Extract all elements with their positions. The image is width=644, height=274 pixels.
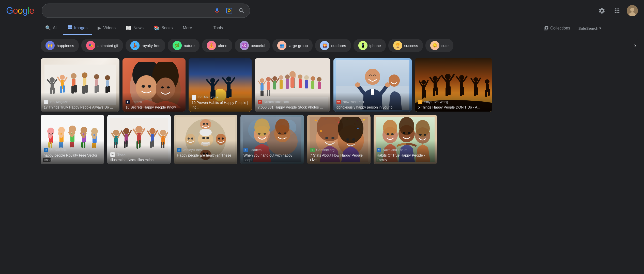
card-6-title: 5 Things Happy People DON'T Do - A...: [418, 105, 489, 110]
nav-item-tools[interactable]: Tools: [209, 22, 227, 35]
image-card-12[interactable]: N Nairaland Forum Habits Of True Happy P…: [374, 115, 437, 164]
svg-text:🌿: 🌿: [175, 43, 180, 48]
image-grid: In Inc. Magazine 17 Things Truly Happy P…: [0, 56, 644, 172]
svg-point-233: [222, 138, 224, 140]
chip-label-success: success: [404, 43, 418, 48]
card-5-info: NY New York Post obnoxiously happy perso…: [333, 93, 412, 112]
image-card-2[interactable]: F Forbes 10 Secrets Happy People Know: [122, 58, 186, 112]
card-10-source: L Ladders: [243, 148, 301, 152]
card-11-source-name: Goodnet.org: [316, 148, 334, 152]
card-6-favicon: A: [418, 100, 422, 104]
settings-button[interactable]: [596, 5, 607, 16]
nav-item-news[interactable]: 📰 News: [121, 22, 148, 35]
safe-search-label: SafeSearch: [578, 26, 598, 31]
card-1-favicon: In: [44, 100, 48, 104]
svg-point-120: [365, 69, 380, 85]
chip-label-happiness: happiness: [57, 43, 74, 48]
svg-rect-40: [63, 85, 65, 93]
filter-chip-iphone[interactable]: 📱 iphone: [354, 39, 386, 52]
svg-rect-39: [60, 86, 62, 93]
chip-thumb-royalty-free: 💃: [130, 41, 140, 50]
image-card-1[interactable]: In Inc. Magazine 17 Things Truly Happy P…: [41, 58, 119, 112]
svg-point-254: [275, 119, 289, 135]
svg-rect-44: [74, 85, 77, 93]
svg-point-53: [105, 75, 110, 80]
card-7-source-name: VectorStock: [50, 148, 67, 152]
collections-button[interactable]: Collections: [544, 26, 570, 31]
card-5-title: obnoxiously happy person in your o...: [336, 105, 409, 110]
svg-point-89: [266, 77, 271, 82]
image-card-9[interactable]: JB Jersey's Best Happy people are health…: [174, 115, 237, 164]
nav-item-videos[interactable]: ▶ Videos: [93, 22, 120, 35]
svg-point-135: [433, 76, 438, 81]
image-card-4[interactable]: D Dreamstime.com 7,650,331 Happy People …: [255, 58, 330, 112]
card-2-source-name: Forbes: [132, 100, 142, 104]
nav-item-all[interactable]: 🔍 All: [41, 22, 62, 35]
nav-left: 🔍 All Images ▶ Videos 📰 News 📚 Bo: [41, 21, 227, 35]
card-1-source-name: Inc. Magazine: [50, 100, 70, 104]
image-card-7[interactable]: VS VS VectorStock happy people Royalty F…: [41, 115, 104, 164]
image-card-5[interactable]: NY New York Post obnoxiously happy perso…: [333, 58, 412, 112]
svg-point-41: [71, 73, 76, 79]
card-11-favicon: G: [310, 148, 315, 152]
svg-point-159: [485, 79, 489, 84]
svg-point-287: [416, 120, 430, 137]
svg-point-275: [357, 128, 359, 129]
filter-chip-outdoors[interactable]: 🌄 outdoors: [315, 39, 351, 52]
chips-scroll-right-button[interactable]: ›: [629, 39, 641, 52]
image-card-8[interactable]: iS iStock Illustration Stock Illustratio…: [107, 115, 171, 164]
image-card-10[interactable]: L Ladders When you hang out with happy p…: [240, 115, 304, 164]
svg-point-232: [218, 138, 220, 140]
chip-thumb-outdoors: 🌄: [320, 41, 329, 50]
chip-label-large-group: large group: [288, 43, 308, 48]
filter-chip-animated-gif[interactable]: 🎭 animated gif: [81, 39, 123, 52]
filter-chip-alone[interactable]: 🧘 alone: [202, 39, 232, 52]
chip-label-cute: cute: [441, 43, 449, 48]
svg-point-238: [188, 138, 190, 140]
card-12-title: Habits Of True Happy People - Family ...: [377, 153, 434, 162]
svg-point-147: [459, 75, 464, 80]
card-10-title: When you hang out with happy peopl...: [243, 153, 301, 162]
image-card-11[interactable]: G Goodnet.org 7 Stats About How Happy Pe…: [307, 115, 371, 164]
user-avatar[interactable]: [627, 5, 638, 16]
chip-label-alone: alone: [218, 43, 227, 48]
card-4-favicon: D: [258, 100, 262, 104]
card-8-info: iS iStock Illustration Stock Illustratio…: [107, 145, 171, 164]
svg-text:😊: 😊: [432, 43, 437, 48]
svg-rect-55: [105, 86, 108, 93]
svg-point-249: [254, 118, 270, 136]
google-logo[interactable]: Google: [6, 5, 34, 16]
chip-thumb-iphone: 📱: [358, 41, 367, 50]
svg-rect-52: [97, 85, 99, 92]
card-5-source-name: New York Post: [343, 100, 364, 104]
filter-chip-happiness[interactable]: 🙌 happiness: [41, 39, 79, 52]
search-button[interactable]: [237, 6, 246, 15]
voice-search-button[interactable]: [213, 6, 221, 15]
image-card-3[interactable]: In Inc. Magazine 10 Proven Habits of Hap…: [189, 58, 252, 112]
card-7-info: VS VectorStock happy people Royalty Free…: [41, 141, 104, 164]
nav-item-more[interactable]: More: [178, 22, 196, 35]
search-input[interactable]: happy people: [46, 8, 210, 14]
safe-search-button[interactable]: SafeSearch ▾: [576, 26, 603, 31]
svg-rect-100: [299, 79, 302, 88]
card-1-source: In Inc. Magazine: [44, 100, 116, 104]
filter-chip-cute[interactable]: 😊 cute: [425, 39, 453, 52]
card-5-source: NY New York Post: [336, 100, 409, 104]
card-12-favicon: N: [377, 148, 381, 152]
card-12-source: N Nairaland Forum: [377, 148, 434, 152]
apps-button[interactable]: [611, 5, 623, 16]
nav-item-images[interactable]: Images: [63, 21, 92, 35]
filter-chip-peaceful[interactable]: ☮️ peaceful: [235, 39, 270, 52]
svg-point-274: [320, 130, 322, 132]
card-5-favicon: NY: [336, 100, 341, 104]
svg-point-80: [226, 77, 231, 82]
filter-chip-success[interactable]: 🏆 success: [388, 39, 423, 52]
chip-label-outdoors: outdoors: [331, 43, 346, 48]
image-search-button[interactable]: [225, 6, 234, 15]
filter-chip-large-group[interactable]: 👥 large group: [272, 39, 313, 52]
filter-chip-nature[interactable]: 🌿 nature: [168, 39, 200, 52]
filter-chip-royalty-free[interactable]: 💃 royalty free: [126, 39, 165, 52]
svg-point-87: [260, 78, 264, 83]
nav-item-books[interactable]: 📚 Books: [149, 22, 177, 35]
image-card-6[interactable]: A Amy Eliza Wong 5 Things Happy People D…: [415, 58, 492, 112]
